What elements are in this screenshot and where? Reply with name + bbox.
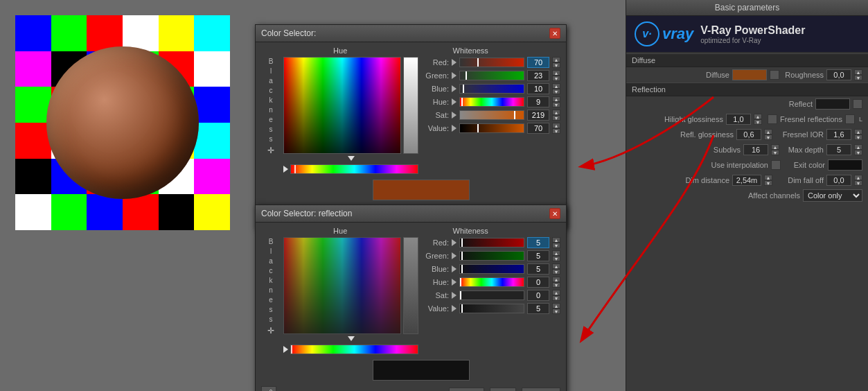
hilight-spin-down[interactable]: ▼ — [754, 119, 762, 125]
val-spin-up-top[interactable]: ▲ — [552, 123, 560, 128]
green-spinner-bottom[interactable]: ▲ ▼ — [552, 250, 560, 261]
val-slider-top[interactable] — [459, 123, 524, 133]
green-spinner-top[interactable]: ▲ ▼ — [552, 70, 560, 81]
cancel-button-bottom[interactable]: Cancel — [522, 388, 560, 391]
dim-dist-spinner[interactable]: ▲ ▼ — [764, 175, 772, 186]
green-slider-bottom[interactable] — [459, 251, 524, 261]
use-interp-checkbox[interactable] — [771, 160, 781, 170]
sat-slider-top[interactable] — [459, 110, 524, 120]
fresnel-ior-spin-down[interactable]: ▼ — [854, 134, 862, 140]
hue-spinner-bottom[interactable]: ▲ ▼ — [552, 277, 560, 288]
dim-dist-spin-down[interactable]: ▼ — [764, 180, 772, 186]
hue-slider-bottom[interactable] — [459, 277, 524, 287]
red-value-top[interactable]: 70 — [527, 57, 549, 68]
dim-falloff-input[interactable] — [826, 175, 851, 186]
green-spin-down-bottom[interactable]: ▼ — [552, 256, 560, 261]
hilight-spin-up[interactable]: ▲ — [754, 114, 762, 119]
red-slider-bottom[interactable] — [459, 238, 524, 247]
roughness-spin-down[interactable]: ▼ — [854, 75, 862, 80]
max-depth-spinner[interactable]: ▲ ▼ — [854, 144, 862, 155]
blue-spin-down-top[interactable]: ▼ — [552, 89, 560, 94]
hilight-input[interactable] — [726, 114, 751, 125]
blue-value-top[interactable]: 10 — [527, 83, 549, 94]
whiteness-bar-bottom[interactable] — [403, 237, 418, 334]
green-spin-down-top[interactable]: ▼ — [552, 76, 560, 81]
val-value-bottom[interactable]: 5 — [527, 303, 549, 314]
refl-gloss-spinner[interactable]: ▲ ▼ — [764, 129, 772, 140]
reflect-swatch[interactable] — [815, 98, 850, 110]
red-spinner-top[interactable]: ▲ ▼ — [552, 57, 560, 68]
sat-spinner-bottom[interactable]: ▲ ▼ — [552, 290, 560, 301]
hue-spinner-top[interactable]: ▲ ▼ — [552, 96, 560, 107]
blue-slider-top[interactable] — [459, 84, 524, 94]
green-slider-top[interactable] — [459, 71, 524, 80]
sat-spin-down-bottom[interactable]: ▼ — [552, 295, 560, 301]
blue-spin-up-top[interactable]: ▲ — [552, 83, 560, 89]
red-spin-up-bottom[interactable]: ▲ — [552, 237, 560, 243]
hilight-checkbox[interactable] — [768, 114, 777, 124]
green-spin-up-bottom[interactable]: ▲ — [552, 250, 560, 256]
green-value-bottom[interactable]: 5 — [527, 250, 549, 261]
sat-spin-up-bottom[interactable]: ▲ — [552, 290, 560, 295]
fresnel-ior-input[interactable] — [826, 129, 851, 140]
blue-value-bottom[interactable]: 5 — [527, 263, 549, 275]
hue-spin-down-top[interactable]: ▼ — [552, 102, 560, 107]
hue-slider-top[interactable] — [459, 97, 524, 107]
val-spinner-top[interactable]: ▲ ▼ — [552, 123, 560, 134]
reflect-checkbox[interactable] — [853, 99, 862, 109]
sat-spin-down-top[interactable]: ▼ — [552, 115, 560, 121]
hue-gradient-bar-top[interactable] — [290, 164, 418, 174]
blue-spin-up-bottom[interactable]: ▲ — [552, 263, 560, 269]
fresnel-ior-spin-up[interactable]: ▲ — [854, 129, 862, 134]
fresnel-ior-spinner[interactable]: ▲ ▼ — [854, 129, 862, 140]
hue-spin-up-top[interactable]: ▲ — [552, 96, 560, 102]
max-depth-spin-down[interactable]: ▼ — [854, 150, 862, 155]
diffuse-checkbox[interactable] — [770, 70, 779, 80]
color-spectrum-bottom[interactable] — [283, 237, 401, 334]
sat-slider-bottom[interactable] — [459, 290, 524, 300]
hue-gradient-bar-bottom[interactable] — [290, 345, 418, 354]
dim-falloff-spin-down[interactable]: ▼ — [854, 180, 862, 186]
max-depth-spin-up[interactable]: ▲ — [854, 144, 862, 150]
dim-dist-input[interactable] — [732, 175, 761, 186]
whiteness-bar-top[interactable] — [403, 57, 418, 154]
eyedropper-button-bottom[interactable]: 🖊 — [261, 386, 276, 391]
dialog-top-close-button[interactable]: ✕ — [549, 28, 560, 39]
sat-spinner-top[interactable]: ▲ ▼ — [552, 110, 560, 121]
sat-value-bottom[interactable]: 0 — [527, 290, 549, 301]
exit-color-swatch[interactable] — [828, 159, 862, 171]
blue-spinner-top[interactable]: ▲ ▼ — [552, 83, 560, 94]
max-depth-input[interactable] — [826, 144, 851, 155]
affect-channels-select[interactable]: Color only All channels Color+alpha — [803, 189, 862, 202]
roughness-input[interactable] — [826, 69, 851, 80]
hilight-spinner[interactable]: ▲ ▼ — [754, 114, 762, 125]
val-spin-down-bottom[interactable]: ▼ — [552, 309, 560, 314]
ok-button-bottom[interactable]: OK — [490, 388, 516, 391]
red-spinner-bottom[interactable]: ▲ ▼ — [552, 237, 560, 248]
val-slider-bottom[interactable] — [459, 304, 524, 313]
green-spin-up-top[interactable]: ▲ — [552, 70, 560, 76]
dim-falloff-spin-up[interactable]: ▲ — [854, 175, 862, 180]
fresnel-checkbox[interactable] — [845, 114, 855, 124]
subdivs-input[interactable] — [743, 144, 768, 155]
refl-gloss-spin-down[interactable]: ▼ — [764, 134, 772, 140]
dim-falloff-spinner[interactable]: ▲ ▼ — [854, 175, 862, 186]
refl-gloss-spin-up[interactable]: ▲ — [764, 129, 772, 134]
val-spin-up-bottom[interactable]: ▲ — [552, 303, 560, 309]
diffuse-swatch[interactable] — [732, 69, 767, 80]
red-value-bottom[interactable]: 5 — [527, 237, 549, 248]
subdivs-spin-down[interactable]: ▼ — [771, 150, 779, 155]
roughness-spin-up[interactable]: ▲ — [854, 69, 862, 75]
subdivs-spinner[interactable]: ▲ ▼ — [771, 144, 779, 155]
hue-value-bottom[interactable]: 0 — [527, 277, 549, 288]
sat-spin-up-top[interactable]: ▲ — [552, 110, 560, 115]
color-spectrum-top[interactable] — [283, 57, 401, 154]
roughness-spinner[interactable]: ▲ ▼ — [854, 69, 862, 80]
hue-spin-up-bottom[interactable]: ▲ — [552, 277, 560, 282]
green-value-top[interactable]: 23 — [527, 70, 549, 81]
red-spin-down-top[interactable]: ▼ — [552, 62, 560, 68]
red-spin-down-bottom[interactable]: ▼ — [552, 243, 560, 248]
subdivs-spin-up[interactable]: ▲ — [771, 144, 779, 150]
sat-value-top[interactable]: 219 — [527, 110, 549, 121]
val-spin-down-top[interactable]: ▼ — [552, 128, 560, 134]
